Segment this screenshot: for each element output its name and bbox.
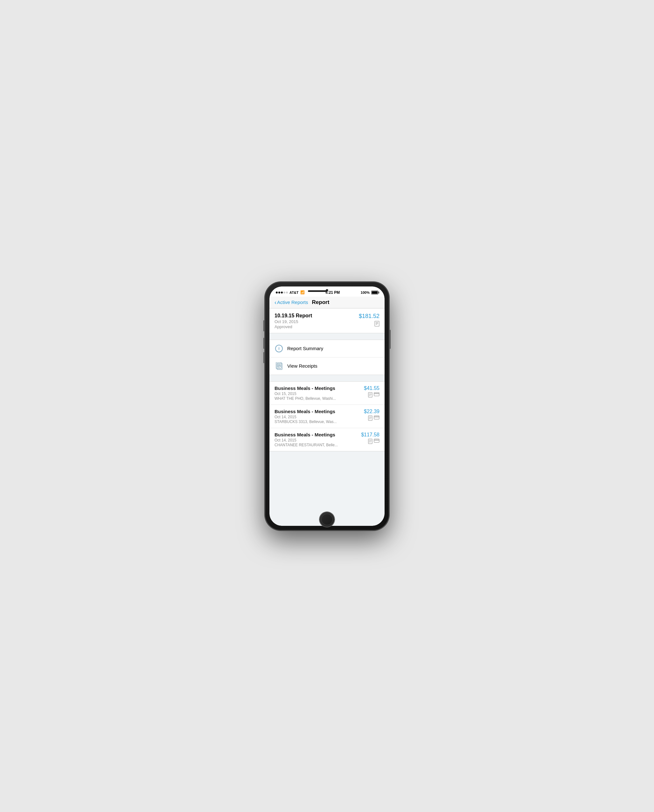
expense-section: Business Meals - Meetings Oct 15, 2015 W… (269, 381, 385, 451)
expense-amount-2: $22.39 (364, 409, 379, 414)
phone-frame: AT&T 📶 4:21 PM 100% ‹ Active R (265, 282, 389, 530)
battery-percent: 100% (361, 291, 370, 294)
expense-merchant-2: STARBUCKS 3313, Bellevue, Was... (275, 420, 360, 424)
nav-bar: ‹ Active Reports Report (269, 297, 385, 308)
card-icon-1 (374, 392, 379, 396)
phone-inner: AT&T 📶 4:21 PM 100% ‹ Active R (269, 286, 385, 526)
report-amount-area: $181.52 (359, 313, 379, 328)
menu-section: i Report Summary (269, 340, 385, 375)
expense-category-1: Business Meals - Meetings (275, 386, 360, 391)
expense-amount-3: $117.58 (361, 432, 379, 438)
report-title: 10.19.15 Report (275, 313, 312, 319)
signal-dot-1 (276, 291, 278, 294)
expense-date-2: Oct 14, 2015 (275, 415, 360, 419)
expense-date-1: Oct 15, 2015 (275, 392, 360, 396)
expense-amount-1: $41.55 (364, 386, 379, 391)
speaker (308, 290, 327, 292)
signal-dot-3 (281, 291, 283, 294)
menu-item-view-receipts[interactable]: View Receipts (269, 357, 385, 375)
content-area: 10.19.15 Report Oct 19, 2015 Approved $1… (269, 308, 385, 526)
expense-icons-1 (364, 392, 379, 398)
info-icon: i (275, 344, 283, 353)
report-amount: $181.52 (359, 313, 379, 320)
svg-rect-28 (374, 439, 379, 443)
expense-merchant-1: WHAT THE PHO, Bellevue, Washi... (275, 396, 360, 401)
info-circle-icon: i (275, 345, 283, 352)
wifi-icon: 📶 (300, 290, 305, 294)
section-gap-1 (269, 333, 385, 340)
expense-left-3: Business Meals - Meetings Oct 14, 2015 C… (275, 432, 357, 447)
report-status: Approved (275, 324, 312, 329)
back-chevron-icon: ‹ (275, 300, 277, 305)
receipt-icon-1 (368, 392, 373, 398)
svg-rect-16 (374, 392, 379, 396)
svg-rect-0 (375, 321, 379, 326)
expense-merchant-3: CHANTANEE RESTAURANT, Belle... (275, 443, 357, 447)
battery-body (371, 291, 378, 294)
status-left: AT&T 📶 (276, 290, 305, 294)
signal-dot-4 (283, 291, 285, 294)
expense-right-2: $22.39 (364, 409, 379, 421)
signal-dot-5 (286, 291, 288, 294)
report-date: Oct 19, 2015 (275, 319, 312, 324)
report-info: 10.19.15 Report Oct 19, 2015 Approved (275, 313, 312, 329)
receipts-icon (275, 362, 283, 371)
card-icon-2 (374, 415, 379, 420)
expense-date-3: Oct 14, 2015 (275, 438, 357, 443)
back-label: Active Reports (277, 300, 308, 305)
svg-rect-22 (374, 416, 379, 419)
report-header-card: 10.19.15 Report Oct 19, 2015 Approved $1… (269, 308, 385, 333)
report-summary-label: Report Summary (287, 346, 323, 351)
signal-dots (276, 291, 288, 294)
expense-icons-3 (361, 439, 379, 444)
expense-item-2[interactable]: Business Meals - Meetings Oct 14, 2015 S… (269, 405, 385, 428)
battery-fill (372, 291, 377, 294)
expense-right-1: $41.55 (364, 386, 379, 398)
status-right: 100% (361, 291, 378, 294)
card-icon-3 (374, 439, 379, 443)
home-button[interactable] (319, 512, 335, 527)
expense-left-2: Business Meals - Meetings Oct 14, 2015 S… (275, 409, 360, 424)
expense-category-2: Business Meals - Meetings (275, 409, 360, 414)
expense-left-1: Business Meals - Meetings Oct 15, 2015 W… (275, 386, 360, 401)
status-bar: AT&T 📶 4:21 PM 100% (269, 286, 385, 297)
home-button-inner (321, 514, 333, 525)
expense-category-3: Business Meals - Meetings (275, 432, 357, 437)
battery-icon (371, 291, 378, 294)
back-button[interactable]: ‹ Active Reports (275, 300, 308, 305)
expense-item-1[interactable]: Business Meals - Meetings Oct 15, 2015 W… (269, 381, 385, 405)
menu-item-report-summary[interactable]: i Report Summary (269, 340, 385, 357)
receipt-icon-2 (368, 415, 373, 421)
screen: AT&T 📶 4:21 PM 100% ‹ Active R (269, 286, 385, 526)
expense-right-3: $117.58 (361, 432, 379, 444)
report-receipt-icon (359, 321, 379, 328)
carrier-label: AT&T (289, 291, 299, 294)
expense-icons-2 (364, 415, 379, 421)
signal-dot-2 (278, 291, 280, 294)
expense-item-3[interactable]: Business Meals - Meetings Oct 14, 2015 C… (269, 428, 385, 451)
bottom-gap (269, 451, 385, 464)
page-title: Report (312, 299, 330, 306)
view-receipts-label: View Receipts (287, 363, 318, 369)
receipt-icon-3 (368, 439, 373, 444)
